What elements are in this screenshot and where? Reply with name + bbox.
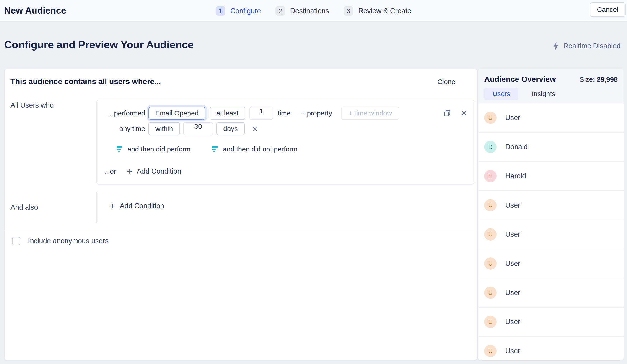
avatar: H bbox=[484, 170, 497, 182]
top-bar: New Audience 1 Configure 2 Destinations … bbox=[0, 0, 627, 22]
and-also-add-condition-label: Add Condition bbox=[120, 202, 164, 210]
funnel-icon bbox=[116, 145, 123, 153]
and-also-label: And also bbox=[10, 203, 38, 211]
and-also-divider bbox=[97, 192, 97, 223]
overview-header: Audience Overview Size: 29,998 Users Ins… bbox=[478, 69, 624, 103]
step-review-create[interactable]: 3 Review & Create bbox=[344, 6, 411, 16]
list-item[interactable]: U User bbox=[478, 249, 624, 278]
condition-row-time-window: any time within 30 days bbox=[97, 122, 467, 135]
stepper: 1 Configure 2 Destinations 3 Review & Cr… bbox=[216, 0, 411, 22]
window-operator-select[interactable]: within bbox=[149, 122, 180, 135]
step-1-badge: 1 bbox=[216, 6, 225, 16]
and-then-did-perform-button[interactable]: and then did perform bbox=[116, 145, 191, 153]
section-divider bbox=[4, 230, 477, 230]
user-list: U User D Donald H Harold U User U User U… bbox=[478, 103, 624, 360]
step-3-label: Review & Create bbox=[358, 7, 411, 15]
sequence-actions-row: and then did perform and then did not pe… bbox=[116, 145, 298, 153]
count-input[interactable]: 1 bbox=[250, 107, 273, 120]
list-item[interactable]: U User bbox=[478, 337, 624, 360]
list-item[interactable]: U User bbox=[478, 308, 624, 337]
step-1-label: Configure bbox=[230, 7, 261, 15]
user-name: User bbox=[505, 259, 520, 268]
clone-button[interactable]: Clone bbox=[438, 78, 455, 86]
or-label: ...or bbox=[104, 167, 116, 175]
step-2-badge: 2 bbox=[276, 6, 285, 16]
performed-label: ...performed bbox=[97, 109, 145, 117]
list-item[interactable]: U User bbox=[478, 191, 624, 220]
list-item[interactable]: H Harold bbox=[478, 162, 624, 191]
realtime-status: Realtime Disabled bbox=[552, 42, 621, 50]
overview-tabs: Users Insights bbox=[484, 88, 618, 100]
realtime-label: Realtime Disabled bbox=[563, 42, 621, 50]
audience-overview-panel: Audience Overview Size: 29,998 Users Ins… bbox=[478, 69, 624, 360]
page-title: Configure and Preview Your Audience bbox=[4, 38, 193, 51]
and-then-did-not-perform-button[interactable]: and then did not perform bbox=[211, 145, 298, 153]
and-then-did-perform-label: and then did perform bbox=[127, 145, 191, 153]
avatar: U bbox=[484, 228, 497, 240]
include-anonymous-row[interactable]: Include anonymous users bbox=[12, 237, 108, 245]
audience-builder-card: This audience contains all users where..… bbox=[4, 69, 478, 360]
user-name: Harold bbox=[505, 172, 526, 180]
user-name: User bbox=[505, 347, 520, 355]
avatar: U bbox=[484, 316, 497, 328]
copy-icon bbox=[443, 109, 451, 117]
remove-condition-button[interactable] bbox=[461, 110, 467, 116]
lightning-icon bbox=[552, 42, 560, 50]
funnel-icon bbox=[211, 145, 218, 153]
step-configure[interactable]: 1 Configure bbox=[216, 6, 261, 16]
list-item[interactable]: U User bbox=[478, 220, 624, 249]
user-name: User bbox=[505, 114, 520, 122]
condition-row-event: ...performed Email Opened at least 1 tim… bbox=[97, 107, 467, 120]
close-icon bbox=[461, 110, 467, 116]
avatar: U bbox=[484, 287, 497, 299]
user-name: User bbox=[505, 201, 520, 209]
add-time-window-button[interactable]: + time window bbox=[341, 107, 399, 120]
or-row: ...or + Add Condition bbox=[104, 167, 181, 176]
duplicate-condition-button[interactable] bbox=[443, 109, 451, 117]
plus-icon: + bbox=[110, 201, 115, 211]
user-name: Donald bbox=[505, 143, 527, 151]
step-destinations[interactable]: 2 Destinations bbox=[276, 6, 329, 16]
window-title: New Audience bbox=[4, 5, 66, 16]
window-unit-select[interactable]: days bbox=[216, 122, 245, 135]
user-name: User bbox=[505, 289, 520, 297]
any-time-label: any time bbox=[97, 125, 145, 133]
user-name: User bbox=[505, 318, 520, 326]
cancel-button[interactable]: Cancel bbox=[590, 2, 626, 17]
avatar: U bbox=[484, 199, 497, 211]
avatar: D bbox=[484, 141, 497, 153]
tab-insights[interactable]: Insights bbox=[532, 90, 555, 98]
plus-icon: + bbox=[127, 167, 132, 176]
add-condition-button[interactable]: + Add Condition bbox=[127, 167, 181, 176]
add-property-button[interactable]: + property bbox=[301, 109, 332, 117]
include-anonymous-label: Include anonymous users bbox=[28, 237, 108, 245]
include-anonymous-checkbox[interactable] bbox=[12, 237, 20, 245]
remove-time-window-button[interactable] bbox=[252, 126, 258, 132]
step-3-badge: 3 bbox=[344, 6, 353, 16]
avatar: U bbox=[484, 345, 497, 357]
add-condition-label: Add Condition bbox=[137, 167, 181, 175]
size-value: 29,998 bbox=[597, 76, 618, 83]
size-label: Size: bbox=[579, 76, 595, 83]
overview-title: Audience Overview bbox=[484, 75, 556, 84]
user-name: User bbox=[505, 230, 520, 238]
list-item[interactable]: D Donald bbox=[478, 133, 624, 162]
list-item[interactable]: U User bbox=[478, 278, 624, 308]
builder-heading: This audience contains all users where..… bbox=[10, 77, 161, 86]
condition-group: ...performed Email Opened at least 1 tim… bbox=[97, 100, 474, 184]
event-select[interactable]: Email Opened bbox=[149, 107, 206, 120]
group-label: All Users who bbox=[10, 101, 54, 109]
tab-users[interactable]: Users bbox=[484, 88, 519, 100]
window-count-input[interactable]: 30 bbox=[183, 122, 213, 135]
operator-select[interactable]: at least bbox=[209, 107, 245, 120]
avatar: U bbox=[484, 257, 497, 270]
time-label: time bbox=[278, 109, 291, 117]
step-2-label: Destinations bbox=[290, 7, 329, 15]
and-then-did-not-perform-label: and then did not perform bbox=[223, 145, 298, 153]
avatar: U bbox=[484, 112, 497, 124]
audience-size: Size: 29,998 bbox=[579, 76, 618, 83]
close-icon bbox=[252, 126, 258, 132]
and-also-add-condition-button[interactable]: + Add Condition bbox=[110, 201, 164, 211]
list-item[interactable]: U User bbox=[478, 103, 624, 133]
